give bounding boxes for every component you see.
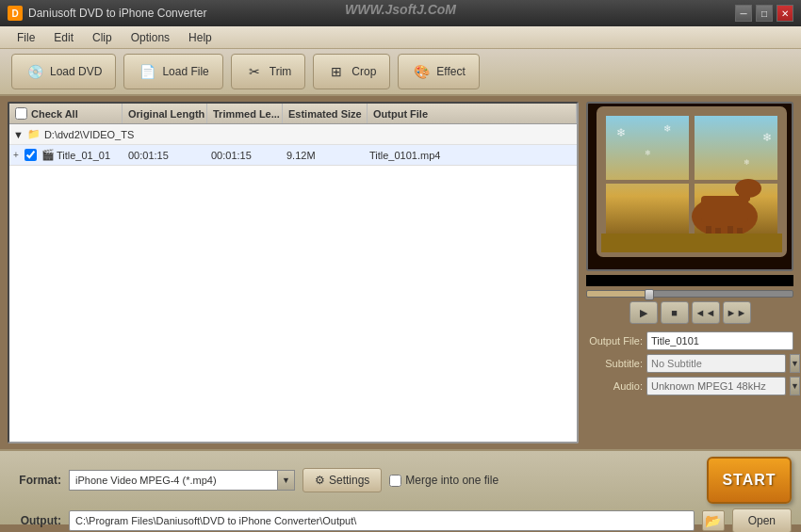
next-button[interactable]: ►► — [723, 301, 751, 324]
merge-checkbox[interactable] — [389, 475, 401, 487]
window-controls: ─ □ ✕ — [735, 5, 793, 22]
svg-rect-8 — [739, 181, 750, 202]
trim-label: Trim — [270, 65, 292, 78]
scissors-icon: ✂ — [245, 62, 264, 81]
audio-input[interactable] — [646, 377, 786, 395]
folder-icon: 📁 — [27, 128, 41, 140]
file-output-file: Title_0101.mp4 — [364, 150, 573, 161]
output-file-input[interactable] — [646, 331, 793, 350]
menu-edit[interactable]: Edit — [44, 29, 83, 46]
file-check-area: + — [13, 149, 40, 161]
minimize-button[interactable]: ─ — [735, 5, 752, 22]
preview-panel: ❄ ❄ ❄ ❄ ❄ ▶ ■ ◄◄ ►► — [586, 102, 793, 443]
file-checkbox[interactable] — [25, 149, 37, 161]
load-file-button[interactable]: 📄 Load File — [123, 54, 222, 89]
file-original-length: 00:01:15 — [123, 150, 205, 161]
merge-checkbox-label[interactable]: Merge into one file — [389, 474, 499, 487]
load-dvd-button[interactable]: 💿 Load DVD — [11, 54, 116, 89]
svg-text:❄: ❄ — [616, 126, 626, 139]
svg-text:❄: ❄ — [762, 131, 772, 144]
list-body: ▼ 📁 D:\dvd2\VIDEO_TS + 🎬 Title_01_01 00:… — [9, 124, 577, 442]
list-header: Check All Original Length Trimmed Le... … — [9, 104, 577, 124]
load-file-label: Load File — [162, 65, 208, 78]
stop-button[interactable]: ■ — [661, 301, 689, 324]
output-path-input[interactable] — [69, 510, 695, 531]
bottom-bar: Format: iPhone Video MPEG-4 (*.mp4) ▼ ⚙ … — [0, 449, 801, 524]
col-check-all: Check All — [9, 104, 123, 123]
format-dropdown-arrow[interactable]: ▼ — [277, 471, 294, 490]
sub-expand-icon: + — [13, 150, 19, 160]
file-icon: 📄 — [138, 62, 156, 81]
crop-button[interactable]: ⊞ Crop — [313, 54, 390, 89]
subtitle-label: Subtitle: — [586, 358, 643, 369]
start-button[interactable]: START — [707, 457, 792, 504]
menu-bar: File Edit Clip Options Help — [0, 26, 801, 49]
window-title: Daniusoft DVD to iPhone Converter — [28, 7, 735, 20]
format-value: iPhone Video MPEG-4 (*.mp4) — [75, 475, 217, 486]
folder-row[interactable]: ▼ 📁 D:\dvd2\VIDEO_TS — [9, 124, 577, 145]
format-dropdown[interactable]: iPhone Video MPEG-4 (*.mp4) ▼ — [69, 470, 295, 491]
svg-text:❄: ❄ — [663, 123, 671, 134]
close-button[interactable]: ✕ — [776, 5, 793, 22]
audio-row: Audio: ▼ — [586, 377, 793, 395]
title-bar: D Daniusoft DVD to iPhone Converter WWW.… — [0, 0, 801, 26]
settings-button[interactable]: ⚙ Settings — [302, 468, 382, 492]
file-trimmed-length: 00:01:15 — [205, 150, 281, 161]
check-all-label: Check All — [31, 108, 78, 120]
effect-label: Effect — [436, 65, 465, 78]
col-estimated-size: Estimated Size — [283, 104, 368, 123]
audio-label: Audio: — [586, 380, 643, 392]
output-row: Output: 📂 Open — [9, 508, 792, 532]
seek-bar[interactable] — [586, 290, 793, 298]
video-frame: ❄ ❄ ❄ ❄ ❄ — [588, 104, 792, 269]
output-file-row: Output File: — [586, 331, 793, 350]
subtitle-input[interactable] — [646, 354, 786, 373]
preview-video: ❄ ❄ ❄ ❄ ❄ — [586, 102, 793, 271]
prev-button[interactable]: ◄◄ — [692, 301, 720, 324]
audio-dropdown-button[interactable]: ▼ — [790, 377, 800, 395]
trim-button[interactable]: ✂ Trim — [231, 54, 306, 89]
seek-thumb[interactable] — [645, 289, 654, 300]
table-row[interactable]: + 🎬 Title_01_01 00:01:15 00:01:15 9.12M … — [9, 145, 577, 166]
settings-label: Settings — [329, 474, 369, 487]
play-button[interactable]: ▶ — [629, 301, 658, 324]
maximize-button[interactable]: □ — [756, 5, 773, 22]
subtitle-dropdown-button[interactable]: ▼ — [790, 354, 800, 373]
file-estimated-size: 9.12M — [281, 150, 364, 161]
video-bottom-bar — [586, 275, 793, 286]
output-label: Output: — [9, 514, 61, 527]
browse-button[interactable]: 📂 — [702, 510, 725, 531]
playback-controls: ▶ ■ ◄◄ ►► — [586, 301, 793, 324]
main-content: Check All Original Length Trimmed Le... … — [0, 96, 801, 449]
format-row: Format: iPhone Video MPEG-4 (*.mp4) ▼ ⚙ … — [9, 457, 792, 504]
merge-label: Merge into one file — [405, 474, 499, 487]
app-icon: D — [8, 6, 23, 21]
crop-label: Crop — [351, 65, 376, 78]
menu-clip[interactable]: Clip — [83, 29, 122, 46]
menu-help[interactable]: Help — [179, 29, 221, 46]
svg-text:❄: ❄ — [645, 149, 651, 157]
file-list-panel: Check All Original Length Trimmed Le... … — [8, 102, 579, 443]
menu-options[interactable]: Options — [122, 29, 179, 46]
toolbar: 💿 Load DVD 📄 Load File ✂ Trim ⊞ Crop 🎨 E… — [0, 49, 801, 96]
open-button[interactable]: Open — [732, 508, 792, 532]
effect-icon: 🎨 — [412, 62, 431, 81]
svg-text:❄: ❄ — [744, 158, 750, 167]
col-trimmed-length: Trimmed Le... — [207, 104, 283, 123]
crop-icon: ⊞ — [327, 62, 346, 81]
subtitle-row: Subtitle: ▼ — [586, 354, 793, 373]
menu-file[interactable]: File — [8, 29, 44, 46]
load-dvd-label: Load DVD — [50, 65, 102, 78]
col-output-file: Output File — [368, 104, 577, 123]
effect-button[interactable]: 🎨 Effect — [398, 54, 479, 89]
expand-icon: ▼ — [13, 129, 24, 140]
col-original-length: Original Length — [123, 104, 207, 123]
svg-rect-18 — [601, 234, 782, 252]
dvd-icon: 💿 — [25, 62, 44, 81]
folder-path: D:\dvd2\VIDEO_TS — [44, 129, 134, 140]
check-all-checkbox[interactable] — [15, 107, 27, 120]
output-file-label: Output File: — [586, 335, 643, 347]
file-type-icon: 🎬 — [40, 149, 57, 161]
settings-gear-icon: ⚙ — [315, 474, 325, 487]
output-settings: Output File: Subtitle: ▼ Audio: ▼ — [586, 331, 793, 395]
